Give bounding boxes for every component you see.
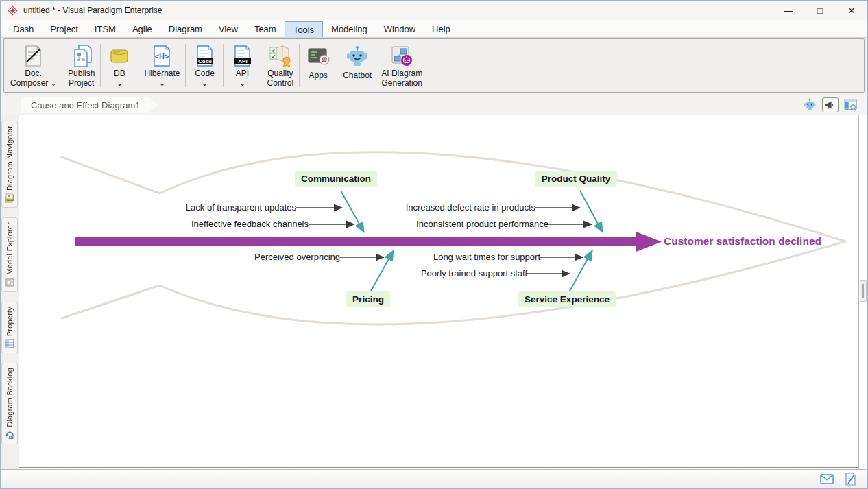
- diagram-navigator-label: Diagram Navigator: [5, 126, 14, 191]
- ai-diagram-generation-button[interactable]: AI Diagram Generation: [376, 42, 427, 89]
- chatbot-button[interactable]: Chatbot: [338, 42, 376, 89]
- ribbon-separator: [261, 44, 261, 87]
- apps-icon: AI: [306, 43, 330, 71]
- db-icon: [108, 43, 131, 69]
- ribbon-separator: [223, 44, 224, 87]
- api-button[interactable]: API API ⌄: [224, 42, 260, 89]
- svg-text:AI: AI: [322, 58, 326, 62]
- messages-button[interactable]: [819, 473, 834, 486]
- cause-increased-defect-rate[interactable]: Increased defect rate in products: [406, 202, 535, 213]
- quality-control-label-1: Quality: [267, 69, 293, 78]
- effect-label[interactable]: Customer satisfaction declined: [664, 235, 821, 248]
- menu-item-view[interactable]: View: [210, 21, 246, 37]
- cause-long-wait-times[interactable]: Long wait times for support: [433, 252, 540, 262]
- api-icon: API: [230, 43, 254, 69]
- edit-document-icon: [845, 473, 856, 486]
- publish-project-label-1: Publish: [68, 69, 95, 78]
- mail-icon: [820, 474, 834, 484]
- cause-ineffective-feedback-channels[interactable]: Ineffective feedback channels: [191, 219, 309, 229]
- close-button[interactable]: ✕: [836, 1, 867, 20]
- hibernate-icon: <H>: [150, 43, 173, 69]
- category-pricing[interactable]: Pricing: [346, 291, 390, 307]
- property-icon: [5, 339, 14, 348]
- quality-control-button[interactable]: Quality Control: [262, 42, 298, 89]
- menu-item-project[interactable]: Project: [42, 21, 86, 37]
- ribbon-separator: [185, 44, 186, 87]
- menu-item-agile[interactable]: Agile: [124, 21, 160, 37]
- ribbon-separator: [100, 44, 101, 87]
- layout-panes-button[interactable]: [843, 97, 859, 112]
- cause-lack-of-transparent-updates[interactable]: Lack of transparent updates: [186, 202, 296, 213]
- model-explorer-icon: [5, 278, 14, 287]
- menu-item-itsm[interactable]: ITSM: [86, 21, 124, 37]
- sidebar-item-diagram-navigator[interactable]: Diagram Navigator: [1, 121, 18, 208]
- layout-panes-icon: [844, 99, 858, 111]
- menu-item-dash[interactable]: Dash: [5, 21, 42, 37]
- chevron-down-icon: ⌄: [51, 80, 56, 87]
- chatbot-label-1: Chatbot: [343, 71, 372, 80]
- main-area: Diagram Navigator Model Explorer: [1, 115, 867, 469]
- hibernate-button[interactable]: <H> Hibernate ⌄: [139, 42, 184, 89]
- doc-composer-button[interactable]: Doc. Composer ⌄: [5, 42, 61, 89]
- sidebar-item-property[interactable]: Property: [1, 302, 18, 353]
- ai-diagram-generation-label-2: Generation: [382, 78, 422, 88]
- diagram-backlog-label: Diagram Backlog: [5, 368, 14, 427]
- maximize-button[interactable]: □: [804, 1, 836, 20]
- panel-collapse-handle[interactable]: [860, 280, 867, 302]
- publish-project-button[interactable]: Publish Project: [63, 42, 99, 89]
- code-button[interactable]: Code Code ⌄: [186, 42, 222, 89]
- menu-item-window[interactable]: Window: [376, 21, 424, 37]
- status-bar: [1, 469, 867, 488]
- category-service-experience[interactable]: Service Experience: [518, 291, 616, 307]
- spine-arrowhead: [636, 232, 662, 252]
- chevron-down-icon: ⌄: [239, 78, 245, 88]
- cause-poorly-trained-staff[interactable]: Poorly trained support staff: [421, 268, 527, 278]
- tools-ribbon: Doc. Composer ⌄ Pu: [3, 38, 865, 93]
- chatbot-toggle-button[interactable]: [801, 97, 818, 112]
- title-bar: untitled * - Visual Paradigm Enterprise …: [1, 1, 867, 20]
- publish-project-icon: [69, 43, 94, 69]
- diagram-canvas[interactable]: Communication Product Quality Pricing Se…: [19, 115, 858, 468]
- app-window: untitled * - Visual Paradigm Enterprise …: [0, 0, 868, 489]
- svg-text:<H>: <H>: [155, 52, 169, 60]
- api-label-1: API: [236, 69, 249, 78]
- category-product-quality[interactable]: Product Quality: [535, 171, 617, 187]
- publish-project-label-2: Project: [69, 78, 94, 88]
- apps-button[interactable]: AI Apps: [300, 42, 336, 89]
- property-label: Property: [5, 307, 14, 336]
- db-label-1: DB: [114, 69, 125, 78]
- sidebar-item-model-explorer[interactable]: Model Explorer: [1, 217, 18, 292]
- left-panel-rail: Diagram Navigator Model Explorer: [1, 115, 19, 469]
- diagram-navigator-icon: [5, 193, 14, 203]
- bone-communication[interactable]: [341, 191, 364, 232]
- menu-item-tools[interactable]: Tools: [285, 21, 323, 37]
- cause-inconsistent-product-performance[interactable]: Inconsistent product performance: [416, 219, 548, 229]
- bone-product-quality[interactable]: [580, 191, 603, 232]
- menu-item-diagram[interactable]: Diagram: [160, 21, 210, 37]
- feedback-button[interactable]: [843, 473, 858, 486]
- menu-item-modeling[interactable]: Modeling: [323, 21, 376, 37]
- spine-line[interactable]: [75, 237, 638, 246]
- sidebar-item-diagram-backlog[interactable]: Diagram Backlog: [1, 363, 18, 444]
- ribbon-separator: [337, 44, 337, 87]
- category-communication[interactable]: Communication: [295, 171, 377, 187]
- quality-control-icon: [267, 43, 293, 69]
- ribbon-separator: [62, 44, 62, 87]
- menu-item-team[interactable]: Team: [246, 21, 285, 37]
- cause-perceived-overpricing[interactable]: Perceived overpricing: [254, 252, 340, 262]
- ribbon-separator: [138, 44, 138, 87]
- megaphone-icon: [825, 100, 836, 110]
- db-button[interactable]: DB ⌄: [101, 42, 137, 89]
- bone-pricing[interactable]: [370, 250, 394, 292]
- menu-item-help[interactable]: Help: [424, 21, 459, 37]
- code-icon: Code: [193, 43, 216, 69]
- tab-cause-and-effect-diagram1[interactable]: Cause and Effect Diagram1: [21, 97, 158, 113]
- doc-composer-label-2: Composer ⌄: [10, 78, 56, 88]
- chatbot-icon: [345, 43, 370, 71]
- announcements-button[interactable]: [822, 97, 839, 112]
- chatbot-icon: [803, 99, 817, 111]
- menu-bar: Dash Project ITSM Agile Diagram View Tea…: [1, 20, 867, 38]
- minimize-button[interactable]: —: [773, 1, 804, 20]
- visual-paradigm-logo-icon: [8, 5, 18, 16]
- bone-service-experience[interactable]: [569, 250, 592, 292]
